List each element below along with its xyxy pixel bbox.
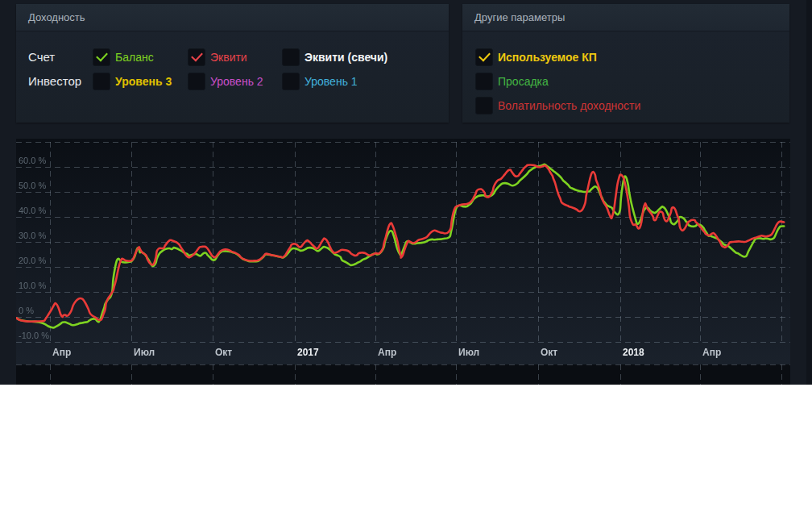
panel-title: Другие параметры [474,4,565,31]
option-label-prof-0-0[interactable]: Баланс [115,51,154,64]
checkbox-prof-0-0[interactable] [93,48,110,66]
profitability-chart[interactable] [16,139,790,385]
page: {"window":{"background":"#ffffff","app_b… [0,0,812,508]
option-label-other-2[interactable]: Волатильность доходности [498,99,640,112]
checkmark-icon [96,50,108,62]
panel-profitability-body: СчетБалансЭквитиЭквити (свечи)ИнвесторУр… [16,32,449,123]
trading-dashboard: Доходность СчетБалансЭквитиЭквити (свечи… [0,0,812,385]
scrollbar-gutter [806,0,812,385]
checkbox-prof-1-2[interactable] [282,73,300,90]
checkbox-prof-1-1[interactable] [188,73,205,90]
option-label-prof-1-1[interactable]: Уровень 2 [210,75,263,88]
row-label-investor: Инвестор [28,74,81,88]
panel-profitability-header: Доходность [16,4,449,31]
checkbox-other-2[interactable] [475,97,493,115]
checkbox-prof-0-1[interactable] [188,48,205,66]
option-label-prof-1-0[interactable]: Уровень 3 [115,75,172,88]
panel-other-parameters-body: Используемое КППросадкаВолатильность дох… [462,32,789,123]
row-label-account: Счет [28,50,55,64]
checkmark-icon [478,50,491,62]
checkbox-other-1[interactable] [475,73,493,90]
checkbox-other-0[interactable] [475,48,493,66]
panel-title: Доходность [28,4,85,31]
option-label-prof-1-2[interactable]: Уровень 1 [304,75,358,88]
option-label-prof-0-1[interactable]: Эквити [210,51,247,64]
option-label-other-0[interactable]: Используемое КП [498,51,597,64]
checkbox-prof-0-2[interactable] [282,48,300,66]
panel-other-parameters-header: Другие параметры [462,4,789,31]
panel-profitability: Доходность СчетБалансЭквитиЭквити (свечи… [16,4,449,123]
checkbox-prof-1-0[interactable] [93,73,110,90]
option-label-prof-0-2[interactable]: Эквити (свечи) [304,51,387,64]
checkmark-icon [191,50,203,62]
option-label-other-1[interactable]: Просадка [498,75,549,88]
panel-other-parameters: Другие параметры Используемое КППросадка… [462,4,789,123]
